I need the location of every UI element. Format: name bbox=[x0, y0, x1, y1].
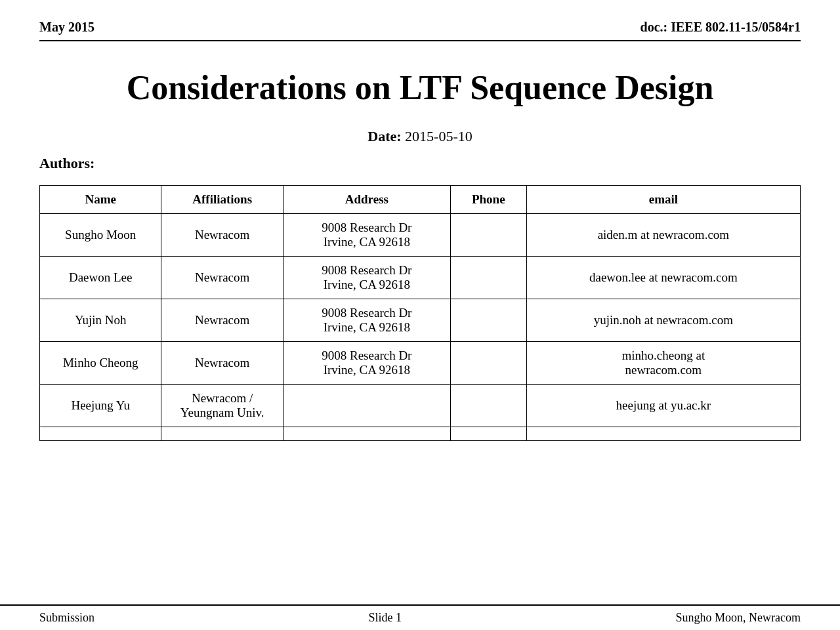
cell-address: 9008 Research DrIrvine, CA 92618 bbox=[283, 257, 450, 299]
cell-phone bbox=[450, 385, 526, 427]
table-row: Sungho MoonNewracom9008 Research DrIrvin… bbox=[40, 214, 801, 257]
title-section: Considerations on LTF Sequence Design bbox=[39, 68, 801, 108]
authors-table: Name Affiliations Address Phone email Su… bbox=[39, 185, 801, 441]
col-header-address: Address bbox=[283, 186, 450, 214]
footer-right: Sungho Moon, Newracom bbox=[676, 611, 801, 625]
col-header-email: email bbox=[526, 186, 800, 214]
cell-phone bbox=[450, 257, 526, 299]
footer: Submission Slide 1 Sungho Moon, Newracom bbox=[0, 604, 840, 630]
table-row: Heejung YuNewracom / Yeungnam Univ.heeju… bbox=[40, 385, 801, 427]
cell-address bbox=[283, 385, 450, 427]
col-header-phone: Phone bbox=[450, 186, 526, 214]
cell-name: Daewon Lee bbox=[40, 257, 161, 299]
cell-name: Sungho Moon bbox=[40, 214, 161, 257]
table-row: Yujin NohNewracom9008 Research DrIrvine,… bbox=[40, 299, 801, 342]
cell-email: yujin.noh at newracom.com bbox=[526, 299, 800, 342]
date-line: Date: 2015-05-10 bbox=[39, 128, 801, 145]
cell-phone bbox=[450, 427, 526, 441]
cell-affiliation bbox=[161, 427, 283, 441]
date-label: Date: bbox=[368, 128, 401, 144]
header-date: May 2015 bbox=[39, 20, 94, 35]
cell-address: 9008 Research DrIrvine, CA 92618 bbox=[283, 214, 450, 257]
col-header-name: Name bbox=[40, 186, 161, 214]
cell-email: heejung at yu.ac.kr bbox=[526, 385, 800, 427]
authors-label: Authors: bbox=[39, 155, 801, 172]
cell-email: aiden.m at newracom.com bbox=[526, 214, 800, 257]
table-row: Minho CheongNewracom9008 Research DrIrvi… bbox=[40, 342, 801, 385]
header: May 2015 doc.: IEEE 802.11-15/0584r1 bbox=[39, 20, 801, 41]
cell-name bbox=[40, 427, 161, 441]
cell-name: Minho Cheong bbox=[40, 342, 161, 385]
cell-phone bbox=[450, 342, 526, 385]
table-row bbox=[40, 427, 801, 441]
cell-address: 9008 Research DrIrvine, CA 92618 bbox=[283, 342, 450, 385]
cell-name: Heejung Yu bbox=[40, 385, 161, 427]
cell-phone bbox=[450, 299, 526, 342]
date-authors-section: Date: 2015-05-10 Authors: bbox=[39, 128, 801, 172]
cell-affiliation: Newracom bbox=[161, 342, 283, 385]
date-value: 2015-05-10 bbox=[405, 128, 472, 144]
cell-email: daewon.lee at newracom.com bbox=[526, 257, 800, 299]
cell-address bbox=[283, 427, 450, 441]
table-header-row: Name Affiliations Address Phone email bbox=[40, 186, 801, 214]
cell-affiliation: Newracom bbox=[161, 299, 283, 342]
slide-container: May 2015 doc.: IEEE 802.11-15/0584r1 Con… bbox=[0, 0, 840, 630]
footer-center: Slide 1 bbox=[369, 611, 402, 625]
main-title: Considerations on LTF Sequence Design bbox=[39, 68, 801, 108]
header-doc: doc.: IEEE 802.11-15/0584r1 bbox=[640, 20, 801, 35]
cell-email: minho.cheong at newracom.com bbox=[526, 342, 800, 385]
cell-name: Yujin Noh bbox=[40, 299, 161, 342]
footer-left: Submission bbox=[39, 611, 94, 625]
cell-affiliation: Newracom bbox=[161, 214, 283, 257]
cell-address: 9008 Research DrIrvine, CA 92618 bbox=[283, 299, 450, 342]
col-header-affiliations: Affiliations bbox=[161, 186, 283, 214]
table-row: Daewon LeeNewracom9008 Research DrIrvine… bbox=[40, 257, 801, 299]
cell-phone bbox=[450, 214, 526, 257]
cell-affiliation: Newracom / Yeungnam Univ. bbox=[161, 385, 283, 427]
cell-affiliation: Newracom bbox=[161, 257, 283, 299]
cell-email bbox=[526, 427, 800, 441]
